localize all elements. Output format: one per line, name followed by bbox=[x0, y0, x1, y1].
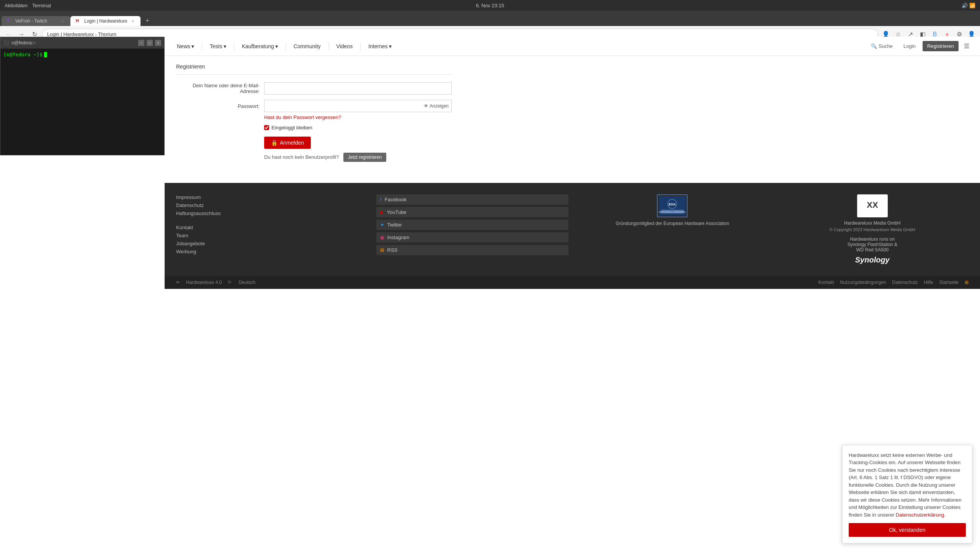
footer-kontakt[interactable]: Kontakt bbox=[176, 225, 369, 230]
stay-logged-row: Eingeloggt bleiben bbox=[264, 125, 452, 130]
cookie-link[interactable]: Datenschutzerklärung. bbox=[896, 512, 946, 518]
company-logo: XX bbox=[857, 194, 888, 217]
terminal-title: n@fedora:~ bbox=[11, 40, 36, 46]
footer-startseite-link[interactable]: Startseite bbox=[939, 280, 959, 285]
nav-internes[interactable]: Internes ▾ bbox=[364, 40, 396, 52]
no-account-text: Du hast noch kein Benutzerprofil? bbox=[264, 154, 339, 160]
nav-videos[interactable]: Videos bbox=[332, 40, 358, 52]
tab-close-hardwareluxx[interactable]: × bbox=[131, 18, 135, 24]
cookie-ok-button[interactable]: Ok, verstanden bbox=[849, 523, 966, 537]
nav-kaufberatung-label: Kaufberatung bbox=[242, 43, 274, 49]
footer-nutzung-link[interactable]: Nutzungsbedingungen bbox=[840, 280, 886, 285]
youtube-label: YouTube bbox=[387, 209, 407, 215]
tab-hardwareluxx[interactable]: H Login | Hardwareluxx × bbox=[70, 16, 140, 26]
nav-community[interactable]: Community bbox=[289, 40, 325, 52]
submit-button[interactable]: 🔒 Anmelden bbox=[264, 137, 311, 149]
terminal-window: ⬛ n@fedora:~ − □ × [n@fedora ~]$ bbox=[0, 37, 165, 155]
name-label: Dein Name oder deine E-Mail-Adresse: bbox=[176, 83, 264, 94]
synology-logo: Synology bbox=[776, 256, 969, 264]
tab-favicon-twitch: T bbox=[7, 18, 12, 24]
footer-datenschutz[interactable]: Datenschutz bbox=[176, 202, 369, 208]
youtube-icon: ▶ bbox=[380, 209, 384, 215]
site-footer: Impressum Datenschutz Haftungsausschluss… bbox=[165, 183, 980, 276]
nav-menu-button[interactable]: ☰ bbox=[961, 40, 972, 52]
cookie-banner: Hardwareluxx setzt keine externen Werbe-… bbox=[842, 445, 972, 544]
tab-title-hardwareluxx: Login | Hardwareluxx bbox=[84, 18, 127, 24]
stay-logged-checkbox[interactable] bbox=[264, 125, 269, 130]
footer-company: XX Hardwareluxx Media GmbH © Copyright 2… bbox=[776, 194, 969, 264]
nav-login-button[interactable]: Login bbox=[899, 41, 920, 51]
new-tab-button[interactable]: + bbox=[142, 15, 153, 26]
sys-icons: 🔊 📶 bbox=[962, 3, 975, 8]
social-facebook[interactable]: f Facebook bbox=[376, 194, 569, 205]
nav-sep4 bbox=[328, 42, 329, 50]
login-area: Registrieren Dein Name oder deine E-Mail… bbox=[165, 56, 463, 168]
show-password-toggle[interactable]: 👁 Anzeigen bbox=[424, 103, 449, 109]
terminal-close[interactable]: × bbox=[155, 40, 161, 46]
nav-news[interactable]: News ▾ bbox=[172, 40, 199, 52]
social-rss[interactable]: ⊞ RSS bbox=[376, 245, 569, 255]
rss-bottom-icon: ⊞ bbox=[965, 280, 969, 285]
site-nav: News ▾ Tests ▾ Kaufberatung ▾ Community … bbox=[165, 37, 980, 56]
terminal-body[interactable]: [n@fedora ~]$ bbox=[0, 49, 164, 155]
footer-datenschutz-link[interactable]: Datenschutz bbox=[892, 280, 918, 285]
footer-werbung[interactable]: Werbung bbox=[176, 249, 369, 254]
eha-logo: EHA EUROPEAN HARDWARE bbox=[657, 194, 688, 217]
footer-team[interactable]: Team bbox=[176, 233, 369, 238]
social-youtube[interactable]: ▶ YouTube bbox=[376, 207, 569, 217]
nav-register-button[interactable]: Registrieren bbox=[923, 41, 959, 51]
footer-language[interactable]: Deutsch bbox=[238, 280, 255, 285]
password-wrapper: 👁 Anzeigen bbox=[264, 100, 452, 112]
synology-text: Hardwareluxx runs on Synology FlashStati… bbox=[776, 236, 969, 253]
lock-icon: 🔒 bbox=[271, 140, 278, 146]
nav-news-arrow: ▾ bbox=[191, 43, 194, 49]
terminal-prompt-text: [n@fedora ~]$ bbox=[3, 52, 42, 57]
footer-kontakt-link[interactable]: Kontakt bbox=[818, 280, 834, 285]
register-now-link[interactable]: Jetzt registrieren bbox=[343, 153, 387, 162]
nav-kaufberatung-arrow: ▾ bbox=[275, 43, 278, 49]
terminal-minimize[interactable]: − bbox=[138, 40, 144, 46]
svg-text:XX: XX bbox=[867, 200, 878, 210]
tab-close-twitch[interactable]: × bbox=[60, 18, 65, 24]
system-time: 6. Nov 23:15 bbox=[476, 3, 504, 8]
footer-links: Impressum Datenschutz Haftungsausschluss… bbox=[176, 194, 369, 264]
terminal-cursor bbox=[44, 52, 47, 57]
footer-hilfe-link[interactable]: Hilfe bbox=[924, 280, 933, 285]
system-bar: Aktivitäten Terminal 6. Nov 23:15 🔊 📶 bbox=[0, 0, 980, 11]
svg-text:EUROPEAN HARDWARE: EUROPEAN HARDWARE bbox=[659, 211, 686, 213]
nav-kaufberatung[interactable]: Kaufberatung ▾ bbox=[237, 40, 283, 52]
search-icon: 🔍 bbox=[871, 43, 877, 49]
footer-impressum[interactable]: Impressum bbox=[176, 194, 369, 200]
footer-version[interactable]: Hardwareluxx 4.0 bbox=[186, 280, 222, 285]
twitter-label: Twitter bbox=[387, 222, 402, 228]
svg-text:EHA: EHA bbox=[669, 202, 676, 206]
forgot-password-link[interactable]: Hast du dein Passwort vergessen? bbox=[264, 114, 452, 120]
stay-logged-label: Eingeloggt bleiben bbox=[271, 125, 312, 130]
terminal-maximize[interactable]: □ bbox=[147, 40, 153, 46]
footer-jobs[interactable]: Jobangebote bbox=[176, 241, 369, 246]
company-name: Hardwareluxx Media GmbH bbox=[776, 220, 969, 226]
name-row: Dein Name oder deine E-Mail-Adresse: bbox=[176, 82, 452, 95]
rss-label: RSS bbox=[387, 247, 398, 253]
nav-news-label: News bbox=[177, 43, 190, 49]
register-prompt: Du hast noch kein Benutzerprofil? Jetzt … bbox=[264, 154, 452, 160]
flag-icon: 🏳 bbox=[228, 280, 232, 285]
footer-bottom: ✏ Hardwareluxx 4.0 🏳 Deutsch Kontakt Nut… bbox=[165, 276, 980, 289]
terminal-icon: ⬛ bbox=[3, 40, 9, 46]
nav-right: 🔍 Suche Login Registrieren ☰ bbox=[867, 40, 972, 52]
social-instagram[interactable]: ◉ Instagram bbox=[376, 232, 569, 243]
social-twitter[interactable]: ✦ Twitter bbox=[376, 220, 569, 230]
nav-tests[interactable]: Tests ▾ bbox=[205, 40, 231, 52]
tab-twitch[interactable]: T VeFroh - Twitch × bbox=[2, 16, 70, 26]
footer-haftung[interactable]: Haftungsausschluss bbox=[176, 210, 369, 216]
footer-bottom-right: Kontakt Nutzungsbedingungen Datenschutz … bbox=[818, 280, 969, 285]
instagram-icon: ◉ bbox=[380, 235, 384, 240]
nav-search-button[interactable]: 🔍 Suche bbox=[867, 41, 897, 51]
instagram-label: Instagram bbox=[387, 235, 410, 240]
activities-label[interactable]: Aktivitäten bbox=[5, 3, 28, 8]
name-input[interactable] bbox=[264, 82, 452, 95]
terminal-menu-label[interactable]: Terminal bbox=[32, 3, 51, 8]
eha-text: Gründungsmitglied der European Hardware … bbox=[576, 220, 769, 227]
password-label: Passwort: bbox=[176, 103, 264, 109]
password-row: Passwort: 👁 Anzeigen bbox=[176, 100, 452, 112]
